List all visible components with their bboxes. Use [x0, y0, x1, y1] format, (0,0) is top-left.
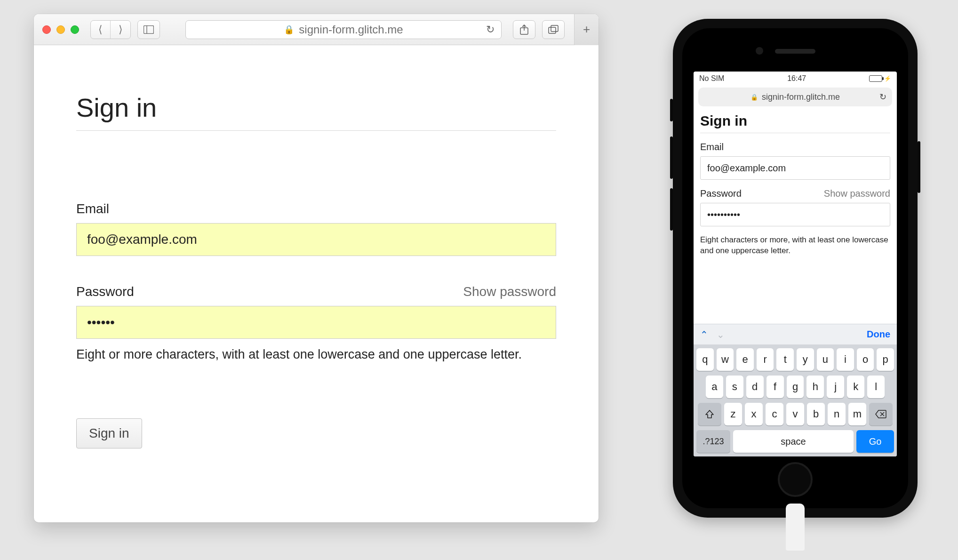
signin-button[interactable]: Sign in [76, 418, 142, 448]
front-camera [756, 47, 763, 55]
svg-rect-5 [551, 25, 558, 32]
keyboard-row-4: .?123 space Go [696, 430, 894, 453]
key-q[interactable]: q [696, 348, 714, 371]
speaker [775, 49, 815, 54]
tabs-icon [548, 25, 559, 34]
safari-toolbar: ⟨ ⟩ 🔒 signin-form.glitch.me ↻ + [34, 14, 599, 45]
status-bar: No SIM 16:47 ⚡ [694, 72, 897, 86]
key-l[interactable]: l [867, 376, 885, 398]
keyboard-accessory-bar: ⌃ ⌄ Done [694, 324, 897, 344]
url-text: signin-form.glitch.me [762, 92, 840, 102]
show-password-toggle[interactable]: Show password [824, 188, 890, 199]
key-u[interactable]: u [817, 348, 834, 371]
key-x[interactable]: x [745, 403, 763, 425]
key-z[interactable]: z [724, 403, 742, 425]
key-s[interactable]: s [726, 376, 743, 398]
on-screen-keyboard: q w e r t y u i o p a s d f g h [694, 344, 897, 456]
power-button [918, 141, 920, 193]
fullscreen-window-button[interactable] [71, 25, 79, 34]
plus-icon: + [583, 22, 590, 37]
battery-indicator: ⚡ [869, 75, 891, 82]
password-label: Password [76, 284, 134, 299]
key-e[interactable]: e [736, 348, 754, 371]
key-h[interactable]: h [806, 376, 824, 398]
close-window-button[interactable] [42, 25, 51, 34]
volume-down-button [670, 188, 673, 231]
password-label: Password [700, 188, 742, 199]
key-g[interactable]: g [787, 376, 804, 398]
window-controls [42, 25, 79, 34]
minimize-window-button[interactable] [56, 25, 65, 34]
shift-key[interactable] [698, 403, 721, 425]
home-button[interactable] [778, 462, 813, 497]
email-label: Email [76, 201, 109, 216]
show-tabs-button[interactable] [542, 20, 565, 39]
lightning-cable [786, 504, 805, 551]
key-d[interactable]: d [746, 376, 764, 398]
key-w[interactable]: w [717, 348, 734, 371]
page-title: Sign in [700, 113, 890, 133]
key-f[interactable]: f [766, 376, 784, 398]
mute-switch [670, 99, 673, 121]
backspace-key[interactable] [869, 403, 893, 425]
iphone-bezel: No SIM 16:47 ⚡ 🔒 signin-form.glitch.me ↻… [682, 28, 908, 508]
keyboard-done-button[interactable]: Done [867, 329, 890, 340]
iphone-device: No SIM 16:47 ⚡ 🔒 signin-form.glitch.me ↻… [673, 19, 918, 518]
svg-rect-4 [549, 27, 556, 33]
prev-field-button[interactable]: ⌃ [700, 329, 708, 340]
show-password-toggle[interactable]: Show password [463, 284, 556, 299]
key-j[interactable]: j [827, 376, 844, 398]
address-bar[interactable]: 🔒 signin-form.glitch.me ↻ [185, 20, 502, 39]
email-label: Email [700, 142, 724, 152]
keyboard-row-2: a s d f g h j k l [696, 376, 894, 398]
keyboard-row-1: q w e r t y u i o p [696, 348, 894, 371]
sidebar-icon [144, 25, 154, 34]
clock: 16:47 [787, 74, 806, 83]
iphone-screen: No SIM 16:47 ⚡ 🔒 signin-form.glitch.me ↻… [694, 72, 897, 456]
key-r[interactable]: r [757, 348, 774, 371]
page-body: Sign in Email Password Show password Eig… [34, 45, 599, 522]
shift-icon [705, 409, 714, 419]
carrier-text: No SIM [699, 74, 724, 83]
lock-icon: 🔒 [750, 94, 758, 101]
key-y[interactable]: y [797, 348, 814, 371]
reload-button[interactable]: ↻ [879, 92, 886, 102]
new-tab-button[interactable]: + [574, 14, 599, 45]
email-input[interactable] [76, 223, 556, 256]
forward-button[interactable]: ⟩ [111, 21, 130, 39]
reload-button[interactable]: ↻ [486, 24, 495, 36]
next-field-button[interactable]: ⌄ [717, 329, 725, 340]
go-key[interactable]: Go [856, 430, 894, 453]
numbers-key[interactable]: .?123 [696, 430, 730, 453]
space-key[interactable]: space [733, 430, 854, 453]
key-n[interactable]: n [828, 403, 846, 425]
keyboard-row-3: z x c v b n m [696, 403, 894, 425]
safari-window: ⟨ ⟩ 🔒 signin-form.glitch.me ↻ + Sign in … [34, 14, 599, 522]
lock-icon: 🔒 [284, 24, 294, 35]
svg-rect-0 [144, 25, 154, 33]
password-input[interactable] [700, 203, 890, 226]
nav-back-forward: ⟨ ⟩ [90, 20, 131, 39]
key-t[interactable]: t [776, 348, 794, 371]
sidebar-toggle-button[interactable] [137, 20, 160, 39]
charging-icon: ⚡ [884, 75, 891, 82]
key-v[interactable]: v [786, 403, 804, 425]
key-b[interactable]: b [807, 403, 825, 425]
key-m[interactable]: m [848, 403, 866, 425]
password-hint: Eight characters or more, with at least … [700, 235, 890, 256]
key-p[interactable]: p [877, 348, 894, 371]
key-i[interactable]: i [837, 348, 854, 371]
key-c[interactable]: c [766, 403, 783, 425]
key-o[interactable]: o [857, 348, 874, 371]
backspace-icon [875, 410, 886, 418]
back-button[interactable]: ⟨ [91, 21, 111, 39]
volume-up-button [670, 136, 673, 179]
key-k[interactable]: k [847, 376, 864, 398]
share-button[interactable] [513, 20, 535, 39]
email-input[interactable] [700, 156, 890, 180]
mobile-page-body: Sign in Email Password Show password Eig… [694, 111, 897, 324]
key-a[interactable]: a [706, 376, 723, 398]
password-input[interactable] [76, 306, 556, 339]
mobile-address-bar[interactable]: 🔒 signin-form.glitch.me ↻ [698, 88, 892, 106]
url-text: signin-form.glitch.me [299, 23, 403, 36]
